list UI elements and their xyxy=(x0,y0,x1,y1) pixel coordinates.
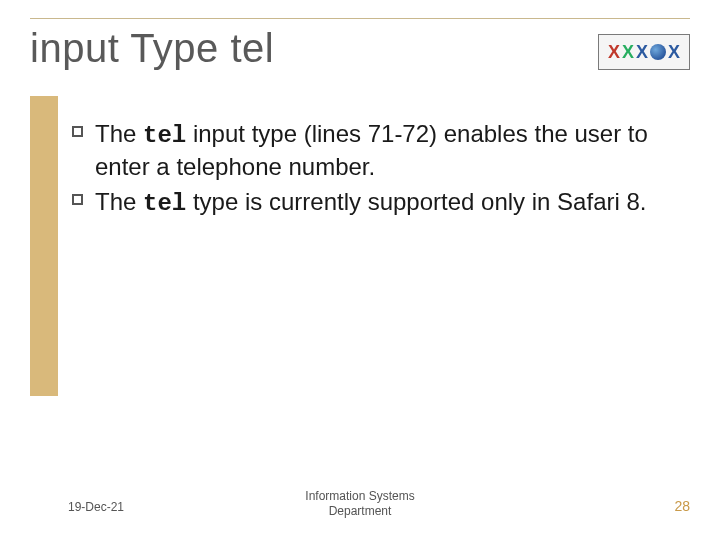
slide: input Type tel X X X X The tel input typ… xyxy=(0,0,720,540)
footer-center: Information Systems Department xyxy=(0,489,720,520)
footer-line1: Information Systems xyxy=(305,489,414,503)
title-rule xyxy=(30,18,690,19)
logo-letter-3: X xyxy=(636,43,648,61)
page-title: input Type tel xyxy=(30,26,274,71)
accent-bar xyxy=(30,96,58,396)
text-span: type is currently supported only in Safa… xyxy=(186,188,646,215)
code-span: tel xyxy=(143,122,186,149)
page-number: 28 xyxy=(674,498,690,514)
bullet-marker-icon xyxy=(72,194,83,205)
text-span: The xyxy=(95,188,143,215)
content-area: The tel input type (lines 71-72) enables… xyxy=(72,118,672,224)
footer-line2: Department xyxy=(329,504,392,518)
bullet-text: The tel type is currently supported only… xyxy=(95,186,646,219)
logo-letter-1: X xyxy=(608,43,620,61)
logo-letter-4: X xyxy=(668,43,680,61)
logo-letter-2: X xyxy=(622,43,634,61)
bullet-text: The tel input type (lines 71-72) enables… xyxy=(95,118,672,182)
logo-box: X X X X xyxy=(598,34,690,70)
bullet-marker-icon xyxy=(72,126,83,137)
code-span: tel xyxy=(143,190,186,217)
text-span: The xyxy=(95,120,143,147)
list-item: The tel input type (lines 71-72) enables… xyxy=(72,118,672,182)
globe-icon xyxy=(650,44,666,60)
list-item: The tel type is currently supported only… xyxy=(72,186,672,219)
